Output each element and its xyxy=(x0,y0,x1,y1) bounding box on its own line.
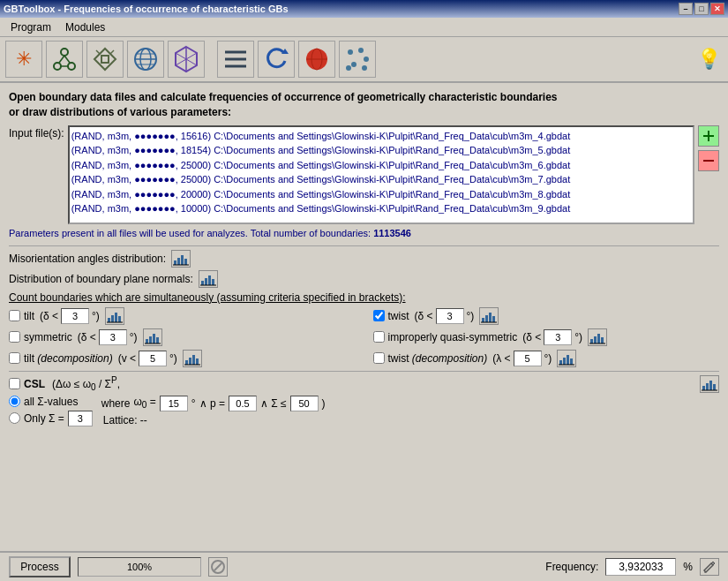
tilt-checkbox[interactable] xyxy=(9,310,20,321)
improper-chart-button[interactable] xyxy=(588,328,607,346)
svg-line-6 xyxy=(96,50,100,54)
twist-check-row: twist xyxy=(373,310,409,322)
transform-icon[interactable] xyxy=(86,41,124,78)
tilt-decomp-chart-button[interactable] xyxy=(183,350,202,367)
lattice-row: Lattice: -- xyxy=(103,414,326,426)
status-text: Parameters present in all files will be … xyxy=(9,228,373,238)
twist-decomp-param-label: (λ < xyxy=(492,352,510,365)
omega0-label: ω0 = xyxy=(133,396,155,410)
only-sigma-radio[interactable] xyxy=(9,412,20,424)
csl-where-row: where ω0 = ° ∧ p = ∧ Σ ≤ ) xyxy=(101,396,326,411)
csl-chart-button-container xyxy=(700,375,719,393)
only-sigma-label: Only Σ = xyxy=(24,412,64,425)
sigma-max-input[interactable] xyxy=(290,396,319,411)
svg-rect-34 xyxy=(177,258,180,265)
p-value-input[interactable] xyxy=(229,396,257,411)
twist-decomp-params: (λ < °) xyxy=(492,351,552,366)
all-sigma-label: all Σ-values xyxy=(24,396,78,408)
frequency-value-input[interactable] xyxy=(605,558,676,576)
maximize-button[interactable]: □ xyxy=(694,3,709,15)
sigma-value-input[interactable] xyxy=(68,411,93,426)
bottom-bar: Process 100% Frequency: % xyxy=(0,551,728,581)
and2-label: ∧ Σ ≤ xyxy=(260,397,287,410)
twist-params: (δ < °) xyxy=(415,308,475,324)
svg-point-26 xyxy=(364,57,369,62)
svg-point-29 xyxy=(346,65,351,71)
twist-unit: °) xyxy=(467,310,475,322)
twist-chart-button[interactable] xyxy=(479,307,499,325)
boundary-plane-chart-button[interactable] xyxy=(199,270,218,288)
symmetric-check-row: symmetric xyxy=(9,331,72,343)
twist-decomp-chart-button[interactable] xyxy=(557,350,576,367)
all-sigma-radio[interactable] xyxy=(9,396,20,407)
symmetric-param-label: (δ < xyxy=(78,331,96,343)
svg-line-4 xyxy=(64,56,70,63)
process-button[interactable]: Process xyxy=(9,556,71,577)
cube-icon[interactable] xyxy=(168,41,205,78)
refresh-icon[interactable] xyxy=(258,41,295,78)
menu-program[interactable]: Program xyxy=(4,19,58,35)
lines-icon[interactable] xyxy=(217,41,254,78)
csl-checkbox[interactable] xyxy=(9,378,20,389)
svg-point-25 xyxy=(358,48,364,53)
improper-params: (δ < °) xyxy=(522,329,582,345)
all-sigma-radio-item: all Σ-values xyxy=(9,396,93,408)
scatter-icon[interactable] xyxy=(339,41,376,78)
network-icon[interactable] xyxy=(46,41,83,78)
tilt-unit: °) xyxy=(92,310,100,322)
svg-line-79 xyxy=(214,563,221,570)
remove-file-button[interactable] xyxy=(698,150,719,171)
only-sigma-radio-item: Only Σ = xyxy=(9,411,93,426)
svg-rect-61 xyxy=(601,337,604,343)
tilt-decomp-unit: °) xyxy=(169,352,177,365)
symmetric-label: symmetric xyxy=(24,331,72,343)
svg-rect-64 xyxy=(189,358,191,365)
tilt-decomp-value-input[interactable] xyxy=(139,351,167,366)
twist-checkbox[interactable] xyxy=(373,310,385,321)
globe-icon[interactable] xyxy=(127,41,164,78)
tilt-value-input[interactable] xyxy=(61,308,89,324)
twist-decomp-checkbox[interactable] xyxy=(373,352,385,364)
svg-rect-38 xyxy=(201,281,204,285)
tilt-param-label: (δ < xyxy=(40,310,58,322)
symmetric-checkbox[interactable] xyxy=(9,331,20,343)
description: Open boundary data files and calculate f… xyxy=(9,90,719,120)
tilt-chart-button[interactable] xyxy=(105,307,124,325)
symmetric-value-input[interactable] xyxy=(99,329,127,345)
file-list[interactable]: (RAND, m3m, ●●●●●●●, 15616) C:\Documents… xyxy=(68,125,694,224)
status-line: Parameters present in all files will be … xyxy=(9,228,719,238)
svg-rect-46 xyxy=(118,316,121,322)
svg-rect-54 xyxy=(149,336,152,343)
input-files-label: Input file(s): xyxy=(9,125,64,140)
omega-value-input[interactable] xyxy=(160,396,188,411)
svg-rect-45 xyxy=(115,313,117,322)
add-file-button[interactable] xyxy=(698,125,719,147)
csl-chart-button[interactable] xyxy=(700,375,719,393)
sphere-icon[interactable] xyxy=(298,41,335,78)
misorientation-label: Misorientation angles distribution: xyxy=(9,253,166,265)
menu-modules[interactable]: Modules xyxy=(58,19,112,35)
improper-checkbox[interactable] xyxy=(373,331,385,343)
symmetric-chart-button[interactable] xyxy=(143,328,162,346)
starburst-icon[interactable]: ✳ xyxy=(5,41,42,78)
svg-rect-49 xyxy=(485,315,488,322)
progress-bar: 100% xyxy=(78,557,201,577)
edit-button[interactable] xyxy=(700,558,719,576)
close-button[interactable]: ✕ xyxy=(710,3,724,15)
twist-value-input[interactable] xyxy=(436,308,464,324)
svg-rect-53 xyxy=(146,339,148,343)
minimize-button[interactable]: – xyxy=(679,3,693,15)
svg-rect-66 xyxy=(196,358,199,365)
tilt-decomp-checkbox[interactable] xyxy=(9,352,20,364)
toolbar: ✳ xyxy=(0,37,728,83)
cancel-button[interactable] xyxy=(208,557,228,577)
misorientation-chart-button[interactable] xyxy=(171,250,191,268)
improper-value-input[interactable] xyxy=(544,329,572,345)
svg-line-7 xyxy=(110,50,114,54)
twist-section: twist (δ < °) xyxy=(373,307,720,325)
description-line2: or draw distributions of various paramet… xyxy=(9,106,231,118)
svg-rect-39 xyxy=(205,278,207,285)
svg-rect-71 xyxy=(570,358,573,365)
twist-decomp-value-input[interactable] xyxy=(514,351,542,366)
svg-rect-40 xyxy=(208,275,211,285)
